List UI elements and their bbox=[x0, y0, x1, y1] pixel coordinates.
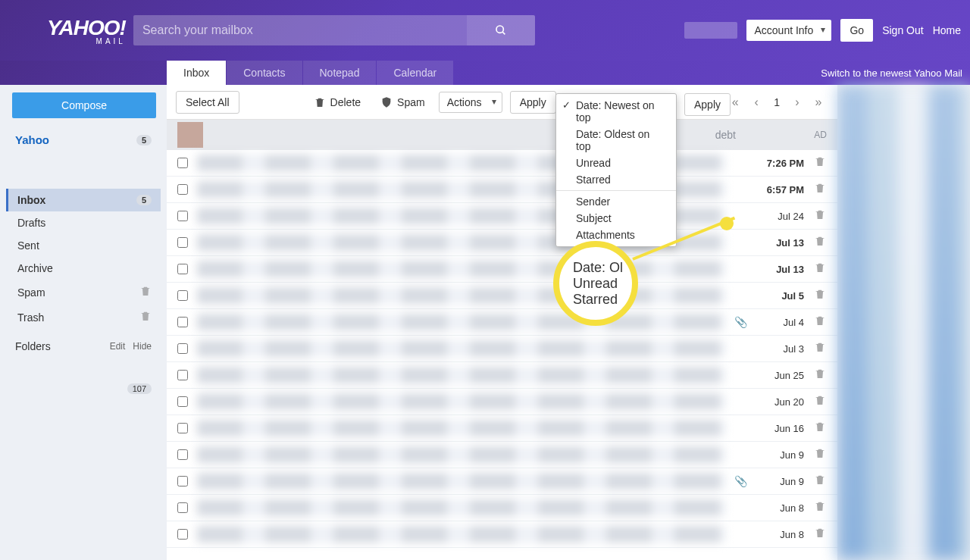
message-checkbox[interactable] bbox=[177, 396, 188, 407]
sort-option[interactable]: Starred bbox=[556, 171, 676, 188]
message-row[interactable]: Jun 8 bbox=[167, 495, 837, 521]
message-checkbox[interactable] bbox=[177, 290, 188, 301]
message-row[interactable]: 7:26 PM bbox=[167, 150, 837, 177]
trash-icon[interactable] bbox=[813, 314, 827, 330]
tab-inbox[interactable]: Inbox bbox=[167, 61, 226, 85]
message-date: Jul 13 bbox=[756, 264, 804, 275]
message-row[interactable]: Jul 24 bbox=[167, 203, 837, 230]
sort-apply-button[interactable]: Apply bbox=[684, 93, 731, 116]
message-content-redacted bbox=[197, 473, 725, 490]
trash-icon[interactable] bbox=[813, 447, 827, 462]
account-name: Yahoo bbox=[15, 133, 49, 146]
header-right: Account Info Go Sign Out Home bbox=[684, 19, 961, 42]
message-row[interactable]: Jul 13 bbox=[167, 256, 837, 283]
trash-icon[interactable] bbox=[813, 421, 827, 436]
message-row[interactable]: Jun 8 bbox=[167, 521, 837, 548]
tab-calendar[interactable]: Calendar bbox=[377, 61, 453, 85]
message-date: Jul 24 bbox=[756, 211, 804, 222]
sidebar-item-archive[interactable]: Archive bbox=[6, 257, 161, 280]
sidebar-item-drafts[interactable]: Drafts bbox=[6, 211, 161, 234]
compose-button[interactable]: Compose bbox=[12, 92, 156, 118]
spam-button[interactable]: Spam bbox=[374, 92, 431, 113]
home-link[interactable]: Home bbox=[933, 24, 961, 36]
message-content-redacted bbox=[197, 499, 725, 516]
message-checkbox[interactable] bbox=[177, 184, 188, 195]
page-last[interactable]: » bbox=[809, 92, 828, 112]
message-checkbox[interactable] bbox=[177, 502, 188, 513]
sort-option[interactable]: Attachments bbox=[556, 227, 676, 243]
search-input[interactable] bbox=[133, 15, 467, 45]
sort-option[interactable]: Date: Oldest on top bbox=[556, 126, 676, 155]
trash-icon[interactable] bbox=[813, 155, 827, 171]
sidebar-item-sent[interactable]: Sent bbox=[6, 234, 161, 257]
trash-icon[interactable] bbox=[813, 474, 827, 489]
go-button[interactable]: Go bbox=[840, 19, 873, 42]
actions-select[interactable]: Actions bbox=[439, 92, 502, 113]
trash-icon[interactable] bbox=[813, 208, 827, 224]
message-row[interactable]: 📎Jul 4 bbox=[167, 309, 837, 336]
folder-item[interactable]: 107 bbox=[6, 378, 161, 399]
trash-icon[interactable] bbox=[813, 394, 827, 409]
sidebar-item-inbox[interactable]: Inbox5 bbox=[6, 189, 161, 211]
account-info-select[interactable]: Account Info bbox=[746, 20, 831, 41]
trash-icon[interactable] bbox=[813, 288, 827, 303]
select-all-button[interactable]: Select All bbox=[176, 91, 239, 114]
trash-icon[interactable] bbox=[813, 368, 827, 383]
message-row[interactable]: Jun 20 bbox=[167, 389, 837, 415]
message-row[interactable]: Jul 13 bbox=[167, 230, 837, 256]
message-row[interactable]: Jun 16 bbox=[167, 415, 837, 442]
page-prev[interactable]: ‹ bbox=[746, 92, 766, 112]
message-checkbox[interactable] bbox=[177, 237, 188, 248]
yahoo-logo[interactable]: YAHOO! MAIL bbox=[47, 16, 126, 45]
message-checkbox[interactable] bbox=[177, 370, 188, 380]
trash-icon[interactable] bbox=[139, 310, 152, 324]
sort-option[interactable]: Date: Newest on top bbox=[556, 97, 676, 126]
trash-icon[interactable] bbox=[813, 500, 827, 515]
message-checkbox[interactable] bbox=[177, 211, 188, 221]
trash-icon[interactable] bbox=[813, 182, 827, 197]
message-row[interactable]: Jul 5 bbox=[167, 283, 837, 309]
folders-edit[interactable]: Edit bbox=[110, 341, 126, 352]
message-row[interactable]: 📎Jun 9 bbox=[167, 468, 837, 495]
ad-row[interactable]: debt AD bbox=[167, 120, 837, 150]
sort-option[interactable]: Unread bbox=[556, 155, 676, 171]
trash-icon[interactable] bbox=[813, 341, 827, 356]
message-checkbox[interactable] bbox=[177, 529, 188, 540]
tab-notepad[interactable]: Notepad bbox=[303, 61, 377, 85]
message-checkbox[interactable] bbox=[177, 317, 188, 327]
trash-icon[interactable] bbox=[813, 235, 827, 250]
sort-option[interactable]: Sender bbox=[556, 193, 676, 210]
message-row[interactable]: Jun 25 bbox=[167, 362, 837, 389]
trash-icon[interactable] bbox=[139, 285, 152, 299]
apply-button[interactable]: Apply bbox=[510, 91, 556, 114]
trash-icon bbox=[314, 96, 326, 108]
sidebar-item-trash[interactable]: Trash bbox=[6, 305, 161, 330]
sort-option[interactable]: Subject bbox=[556, 210, 676, 227]
delete-button[interactable]: Delete bbox=[308, 92, 367, 113]
sidebar-item-spam[interactable]: Spam bbox=[6, 280, 161, 305]
tab-contacts[interactable]: Contacts bbox=[227, 61, 302, 85]
account-row[interactable]: Yahoo 5 bbox=[6, 129, 161, 151]
page-next[interactable]: › bbox=[787, 92, 807, 112]
message-row[interactable]: Jul 3 bbox=[167, 336, 837, 362]
message-checkbox[interactable] bbox=[177, 158, 188, 168]
message-row[interactable]: 6:57 PM bbox=[167, 177, 837, 203]
folders-header: Folders Edit Hide bbox=[6, 330, 161, 357]
search-box bbox=[133, 15, 535, 45]
message-checkbox[interactable] bbox=[177, 264, 188, 274]
message-checkbox[interactable] bbox=[177, 476, 188, 486]
trash-icon[interactable] bbox=[813, 261, 827, 277]
message-checkbox[interactable] bbox=[177, 449, 188, 460]
message-row[interactable]: Jun 9 bbox=[167, 442, 837, 468]
trash-icon[interactable] bbox=[813, 527, 827, 542]
folder-item[interactable] bbox=[6, 357, 161, 378]
sidebar-item-label: Inbox bbox=[17, 194, 45, 206]
message-checkbox[interactable] bbox=[177, 343, 188, 354]
sign-out-link[interactable]: Sign Out bbox=[882, 24, 923, 36]
switch-newest-link[interactable]: Switch to the newest Yahoo Mail bbox=[821, 61, 962, 85]
message-checkbox[interactable] bbox=[177, 423, 188, 433]
search-button[interactable] bbox=[467, 15, 535, 45]
ad-thumbnail bbox=[177, 122, 203, 148]
folders-hide[interactable]: Hide bbox=[133, 341, 152, 352]
actions-wrap: Actions bbox=[439, 92, 502, 113]
